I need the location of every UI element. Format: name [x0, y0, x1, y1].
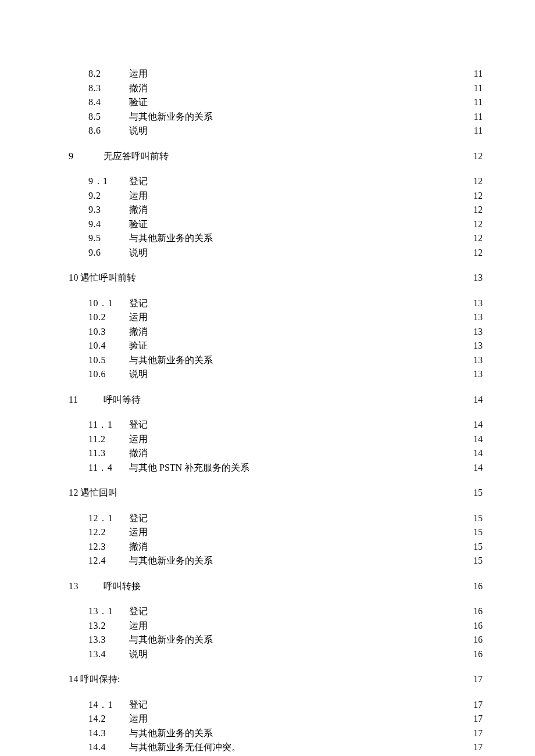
toc-entry-number: 9.6 [88, 246, 129, 260]
toc-entry-page: 12 [471, 189, 483, 203]
toc-entry: 8.3撤消11 [69, 81, 483, 96]
toc-entry-number: 8.2 [88, 67, 129, 81]
toc-entry: 14呼叫保持:17 [69, 672, 483, 687]
toc-entry: 12.4与其他新业务的关系15 [69, 554, 483, 568]
toc-entry: 8.4验证11 [69, 95, 483, 110]
toc-entry-number: 8.6 [88, 124, 129, 138]
toc-entry-number: 13 [69, 579, 104, 594]
toc-entry-page: 15 [471, 554, 483, 568]
toc-entry-number: 12 [69, 486, 80, 500]
toc-entry-page: 17 [471, 672, 483, 687]
toc-entry: 12．1登记15 [69, 511, 483, 526]
toc-entry-number: 12．1 [88, 511, 129, 526]
toc-entry-title: 运用 [129, 67, 148, 81]
toc-entry: 14.4与其他新业务无任何冲突。17 [69, 740, 483, 755]
toc-entry-number: 9.4 [88, 217, 129, 232]
toc-entry-title: 呼叫等待 [104, 393, 141, 407]
toc-entry-title: 登记 [129, 418, 148, 432]
toc-entry-number: 8.5 [88, 110, 129, 124]
toc-entry: 11.3撤消14 [69, 446, 483, 461]
toc-entry-page: 17 [471, 698, 483, 712]
toc-entry: 8.6说明11 [69, 124, 483, 138]
toc-entry: 9.6说明12 [69, 246, 483, 260]
toc-entry-number: 9.3 [88, 203, 129, 217]
toc-entry-title: 呼叫保持: [80, 672, 120, 687]
toc-entry-title: 无应答呼叫前转 [104, 149, 169, 164]
toc-entry-title: 运用 [129, 189, 148, 203]
toc-entry-page: 16 [471, 619, 483, 633]
toc-entry-page: 13 [471, 271, 483, 285]
toc-entry-page: 15 [471, 540, 483, 554]
toc-entry-title: 撤消 [129, 203, 148, 217]
toc-entry: 13．1登记16 [69, 604, 483, 619]
toc-entry-number: 9.2 [88, 189, 129, 203]
toc-entry-number: 10.5 [88, 353, 129, 368]
toc-entry-number: 9．1 [88, 174, 129, 189]
toc-entry-page: 15 [471, 525, 483, 540]
toc-entry: 9.4验证12 [69, 217, 483, 232]
toc-entry-number: 8.4 [88, 95, 129, 110]
toc-entry-number: 13.4 [88, 647, 129, 662]
toc-entry-title: 与其他新业务的关系 [129, 633, 213, 647]
toc-entry-title: 运用 [129, 310, 148, 325]
toc-entry-title: 与其他 PSTN 补充服务的关系 [129, 461, 249, 475]
toc-entry: 11．4与其他 PSTN 补充服务的关系14 [69, 461, 483, 475]
toc-entry: 9.3撤消12 [69, 203, 483, 217]
toc-entry: 10遇忙呼叫前转13 [69, 271, 483, 285]
toc-entry-title: 说明 [129, 246, 148, 260]
toc-entry: 10．1登记13 [69, 296, 483, 311]
toc-entry: 11呼叫等待14 [69, 393, 483, 407]
toc-entry: 12.2运用15 [69, 525, 483, 540]
toc-entry-number: 10.3 [88, 325, 129, 339]
toc-entry-title: 运用 [129, 432, 148, 447]
toc-entry-number: 12.3 [88, 540, 129, 554]
toc-entry-title: 撤消 [129, 446, 148, 461]
toc-entry-title: 与其他新业务的关系 [129, 353, 213, 368]
toc-entry-number: 11．1 [88, 418, 129, 432]
toc-entry-title: 与其他新业务的关系 [129, 554, 213, 568]
toc-entry-title: 登记 [129, 511, 148, 526]
toc-entry: 8.5与其他新业务的关系11 [69, 110, 483, 124]
toc-entry-page: 13 [471, 353, 483, 368]
toc-entry-page: 12 [471, 231, 483, 246]
toc-entry-page: 11 [472, 81, 483, 96]
toc-entry-page: 15 [471, 486, 483, 500]
toc-entry-title: 登记 [129, 604, 148, 619]
toc-entry-number: 10.6 [88, 367, 129, 382]
toc-entry: 9．1登记12 [69, 174, 483, 189]
toc-entry-number: 11 [69, 393, 104, 407]
toc-entry-number: 12.4 [88, 554, 129, 568]
toc-entry: 13呼叫转接16 [69, 579, 483, 594]
toc-entry-page: 13 [471, 325, 483, 339]
toc-entry: 9无应答呼叫前转12 [69, 149, 483, 164]
toc-entry-page: 12 [471, 246, 483, 260]
toc-entry-page: 14 [471, 393, 483, 407]
toc-entry-title: 登记 [129, 174, 148, 189]
toc-entry-number: 10.2 [88, 310, 129, 325]
table-of-contents: 8.2运用118.3撤消118.4验证118.5与其他新业务的关系118.6说明… [69, 67, 483, 755]
toc-entry-page: 11 [472, 67, 483, 81]
toc-entry-title: 与其他新业务的关系 [129, 726, 213, 741]
toc-entry-number: 10.4 [88, 339, 129, 353]
toc-entry: 12遇忙回叫15 [69, 486, 483, 500]
page: 8.2运用118.3撤消118.4验证118.5与其他新业务的关系118.6说明… [0, 0, 535, 756]
toc-entry-page: 16 [471, 579, 483, 594]
toc-entry-page: 12 [471, 203, 483, 217]
toc-entry-page: 12 [471, 149, 483, 164]
toc-entry-title: 与其他新业务的关系 [129, 110, 213, 124]
toc-entry-number: 14.2 [88, 712, 129, 726]
toc-entry: 8.2运用11 [69, 67, 483, 81]
toc-entry-number: 8.3 [88, 81, 129, 96]
toc-entry-page: 11 [472, 124, 483, 138]
toc-entry-page: 14 [471, 461, 483, 475]
toc-entry-page: 16 [471, 647, 483, 662]
toc-entry-page: 12 [471, 174, 483, 189]
toc-entry-page: 13 [471, 339, 483, 353]
toc-entry-number: 9 [69, 149, 104, 164]
toc-entry: 13.4说明16 [69, 647, 483, 662]
toc-entry: 10.6说明13 [69, 367, 483, 382]
toc-entry-number: 14.4 [88, 740, 129, 755]
toc-entry-title: 撤消 [129, 325, 148, 339]
toc-entry: 12.3撤消15 [69, 540, 483, 554]
toc-entry: 10.5与其他新业务的关系13 [69, 353, 483, 368]
